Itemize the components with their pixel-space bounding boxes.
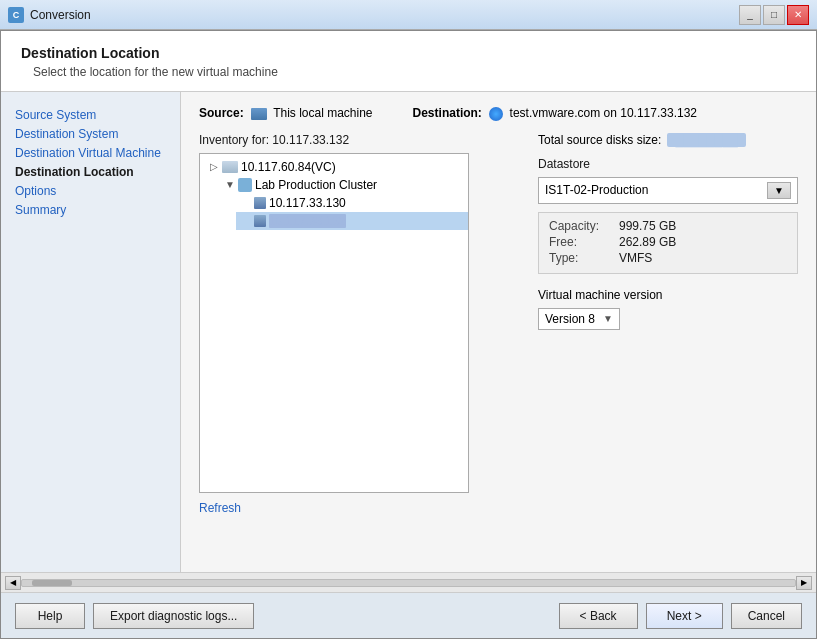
free-row: Free: 262.89 GB [549, 235, 787, 249]
app-icon: C [8, 7, 24, 23]
main-window: Destination Location Select the location… [0, 30, 817, 639]
expand-icon-vc: ▷ [208, 161, 220, 173]
window-title: Conversion [30, 8, 739, 22]
capacity-value: 999.75 GB [619, 219, 676, 233]
tree-item-host1[interactable]: 10.117.33.130 [236, 194, 468, 212]
total-size-row: Total source disks size: ████████ [538, 133, 798, 147]
tree-item-host2[interactable]: 10.117.33.132 [236, 212, 468, 230]
free-value: 262.89 GB [619, 235, 676, 249]
title-bar: C Conversion _ □ ✕ [0, 0, 817, 30]
scroll-thumb[interactable] [32, 580, 72, 586]
window-controls: _ □ ✕ [739, 5, 809, 25]
sidebar-item-destination-system[interactable]: Destination System [11, 125, 170, 143]
type-row: Type: VMFS [549, 251, 787, 265]
page-title: Destination Location [21, 45, 796, 61]
header-section: Destination Location Select the location… [1, 31, 816, 92]
expand-icon-cluster: ▼ [224, 179, 236, 191]
maximize-button[interactable]: □ [763, 5, 785, 25]
export-logs-button[interactable]: Export diagnostic logs... [93, 603, 254, 629]
spacer-host2 [240, 215, 252, 227]
source-label: Source: [199, 106, 244, 120]
inventory-tree[interactable]: ▷ 10.117.60.84(VC) ▼ Lab Production Clus… [199, 153, 469, 493]
dest-value: test.vmware.com on 10.117.33.132 [510, 106, 697, 120]
next-button[interactable]: Next > [646, 603, 723, 629]
source-info: Source: This local machine [199, 106, 373, 120]
back-button[interactable]: < Back [559, 603, 638, 629]
sidebar-item-source-system[interactable]: Source System [11, 106, 170, 124]
vm-version-section-label: Virtual machine version [538, 288, 798, 302]
vm-version-arrow[interactable]: ▼ [603, 313, 613, 324]
scroll-left-button[interactable]: ◀ [5, 576, 21, 590]
datastore-select-wrap[interactable]: IS1T-02-Production ▼ [538, 177, 798, 204]
dest-label: Destination: [413, 106, 482, 120]
tree-item-cluster[interactable]: ▼ Lab Production Cluster [220, 176, 468, 194]
horizontal-scrollbar[interactable]: ◀ ▶ [1, 572, 816, 592]
datastore-dropdown-arrow[interactable]: ▼ [767, 182, 791, 199]
minimize-button[interactable]: _ [739, 5, 761, 25]
host2-label: 10.117.33.132 [269, 214, 346, 228]
type-label: Type: [549, 251, 619, 265]
spacer-host1 [240, 197, 252, 209]
cluster-icon [238, 178, 252, 192]
folder-icon-vc [222, 161, 238, 173]
source-value: This local machine [273, 106, 372, 120]
total-size-value: ████████ [667, 133, 745, 147]
type-value: VMFS [619, 251, 652, 265]
datastore-dropdown[interactable]: IS1T-02-Production ▼ [545, 182, 791, 199]
cluster-label: Lab Production Cluster [255, 178, 377, 192]
capacity-label: Capacity: [549, 219, 619, 233]
total-size-label: Total source disks size: [538, 133, 661, 147]
refresh-link[interactable]: Refresh [199, 501, 241, 515]
help-button[interactable]: Help [15, 603, 85, 629]
host1-label: 10.117.33.130 [269, 196, 346, 210]
cancel-button[interactable]: Cancel [731, 603, 802, 629]
sidebar-item-summary[interactable]: Summary [11, 201, 170, 219]
content-area: Source: This local machine Destination: … [181, 92, 816, 572]
body: Source System Destination System Destina… [1, 92, 816, 572]
vm-version-value: Version 8 [545, 312, 595, 326]
two-column-layout: Inventory for: 10.117.33.132 ▷ 10.117.60… [199, 133, 798, 515]
host2-icon [254, 215, 266, 227]
dest-globe-icon [489, 107, 503, 121]
datastore-section-label: Datastore [538, 157, 798, 171]
sidebar-item-destination-vm[interactable]: Destination Virtual Machine [11, 144, 170, 162]
source-dest-bar: Source: This local machine Destination: … [199, 106, 798, 121]
sidebar: Source System Destination System Destina… [1, 92, 181, 572]
vc-label: 10.117.60.84(VC) [241, 160, 336, 174]
page-subtitle: Select the location for the new virtual … [33, 65, 796, 79]
datastore-info: Capacity: 999.75 GB Free: 262.89 GB Type… [538, 212, 798, 274]
scroll-right-button[interactable]: ▶ [796, 576, 812, 590]
datastore-panel: Total source disks size: ████████ Datast… [538, 133, 798, 515]
dest-info: Destination: test.vmware.com on 10.117.3… [413, 106, 697, 121]
close-button[interactable]: ✕ [787, 5, 809, 25]
source-server-icon [251, 108, 267, 120]
datastore-selected-value: IS1T-02-Production [545, 183, 648, 197]
inventory-label: Inventory for: 10.117.33.132 [199, 133, 518, 147]
inventory-panel: Inventory for: 10.117.33.132 ▷ 10.117.60… [199, 133, 518, 515]
free-label: Free: [549, 235, 619, 249]
footer: Help Export diagnostic logs... < Back Ne… [1, 592, 816, 638]
capacity-row: Capacity: 999.75 GB [549, 219, 787, 233]
tree-item-vc[interactable]: ▷ 10.117.60.84(VC) [204, 158, 468, 176]
vm-version-dropdown[interactable]: Version 8 ▼ [538, 308, 620, 330]
sidebar-item-destination-location: Destination Location [11, 163, 170, 181]
sidebar-item-options[interactable]: Options [11, 182, 170, 200]
scroll-track[interactable] [21, 579, 796, 587]
host1-icon [254, 197, 266, 209]
